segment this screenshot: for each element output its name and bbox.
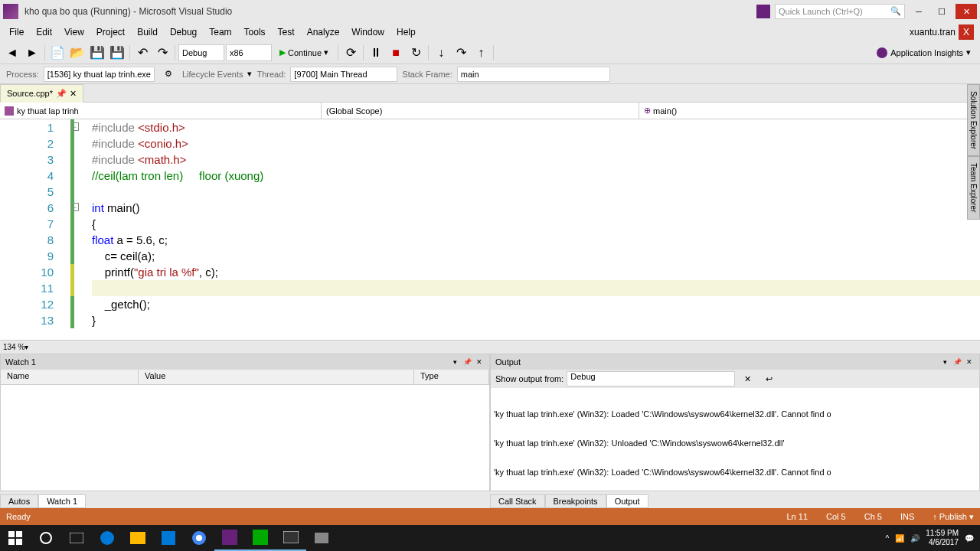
menu-view[interactable]: View [58, 25, 90, 39]
minimize-button[interactable]: ─ [910, 4, 928, 19]
store-icon[interactable] [153, 525, 184, 551]
redo-button[interactable]: ↷ [153, 44, 172, 62]
watch-col-value[interactable]: Value [139, 370, 414, 384]
quick-launch-input[interactable]: Quick Launch (Ctrl+Q) 🔍 [775, 4, 905, 19]
scope-dropdown[interactable]: (Global Scope) [322, 103, 639, 119]
app-insights-button[interactable]: Application Insights▾ [871, 44, 977, 61]
menu-build[interactable]: Build [131, 25, 164, 39]
tab-autos[interactable]: Autos [0, 494, 38, 508]
open-button[interactable]: 📂 [68, 44, 87, 62]
tab-watch1[interactable]: Watch 1 [38, 494, 86, 508]
pin-icon[interactable]: 📌 [952, 357, 962, 367]
platform-dropdown[interactable]: x86 [226, 44, 272, 61]
continue-button[interactable]: ▶ Continue ▾ [273, 44, 335, 61]
code-content[interactable]: #include <stdio.h> #include <conio.h> #i… [70, 119, 980, 340]
user-badge[interactable]: xuantu.tran X [906, 24, 977, 40]
app-icon[interactable] [245, 525, 276, 551]
cortana-icon[interactable] [31, 525, 61, 551]
watch-content[interactable] [1, 385, 489, 491]
console-icon[interactable] [276, 525, 306, 551]
task-view-icon[interactable] [61, 525, 92, 551]
main-toolbar: ◄ ► 📄 📂 💾 💾 ↶ ↷ Debug x86 ▶ Continue ▾ ⟳… [0, 41, 980, 64]
refresh-button[interactable]: ⟳ [341, 44, 360, 62]
menu-debug[interactable]: Debug [164, 25, 203, 39]
watch-panel-header[interactable]: Watch 1 ▾ 📌 ✕ [1, 354, 489, 370]
output-panel-header[interactable]: Output ▾ 📌 ✕ [491, 354, 979, 370]
start-button[interactable] [0, 525, 31, 551]
chrome-icon[interactable] [184, 525, 214, 551]
watch-panel: Watch 1 ▾ 📌 ✕ Name Value Type [0, 354, 490, 491]
svg-rect-8 [162, 531, 175, 545]
step-out-button[interactable]: ↑ [472, 44, 490, 62]
code-editor[interactable]: 1 2 3 4 5 6 7 8 9 10 11 12 13 [0, 119, 980, 354]
menu-test[interactable]: Test [272, 25, 301, 39]
team-explorer-tab[interactable]: Team Explorer [967, 156, 980, 219]
maximize-button[interactable]: ☐ [933, 4, 951, 19]
new-button[interactable]: 📄 [48, 44, 67, 62]
publish-button[interactable]: ↑ Publish ▾ [933, 512, 974, 522]
output-source-dropdown[interactable]: Debug [567, 371, 735, 386]
menu-team[interactable]: Team [203, 25, 237, 39]
thread-dropdown[interactable]: [9700] Main Thread [290, 67, 397, 82]
dropdown-icon[interactable]: ▾ [939, 357, 950, 367]
clock[interactable]: 11:59 PM 4/6/2017 [926, 529, 959, 547]
status-ins: INS [900, 512, 914, 521]
volume-icon[interactable]: 🔊 [910, 534, 920, 543]
output-content[interactable]: 'ky thuat lap trinh.exe' (Win32): Loaded… [491, 388, 979, 491]
forward-button[interactable]: ► [23, 44, 41, 62]
pause-button[interactable]: ⏸ [367, 44, 385, 62]
fold-icon[interactable]: − [70, 122, 79, 131]
close-button[interactable]: ✕ [956, 4, 977, 19]
project-scope-dropdown[interactable]: ky thuat lap trinh [0, 103, 322, 119]
tab-output[interactable]: Output [606, 494, 648, 508]
file-tab[interactable]: Source.cpp* 📌 ✕ [0, 84, 83, 103]
lifecycle-button[interactable]: ⚙ [159, 65, 178, 83]
close-icon[interactable]: ✕ [964, 357, 975, 367]
word-wrap-button[interactable]: ↩ [760, 370, 778, 388]
process-dropdown[interactable]: [1536] ky thuat lap trinh.exe [44, 67, 155, 82]
clear-button[interactable]: ✕ [738, 370, 756, 388]
menu-file[interactable]: File [3, 25, 30, 39]
save-all-button[interactable]: 💾 [108, 44, 126, 62]
solution-explorer-tab[interactable]: Solution Explorer [967, 84, 980, 156]
notification-icon[interactable] [756, 5, 770, 18]
watch-col-name[interactable]: Name [1, 370, 139, 384]
tab-breakpoints[interactable]: Breakpoints [545, 494, 606, 508]
step-over-button[interactable]: ↷ [452, 44, 470, 62]
restart-button[interactable]: ↻ [407, 44, 425, 62]
watch-col-type[interactable]: Type [414, 370, 489, 384]
app2-icon[interactable] [306, 525, 337, 551]
edge-icon[interactable] [92, 525, 122, 551]
menu-edit[interactable]: Edit [30, 25, 58, 39]
tab-callstack[interactable]: Call Stack [490, 494, 545, 508]
dropdown-icon[interactable]: ▾ [449, 357, 460, 367]
stop-button[interactable]: ■ [387, 44, 405, 62]
pin-icon[interactable]: 📌 [462, 357, 472, 367]
menu-analyze[interactable]: Analyze [301, 25, 346, 39]
function-dropdown[interactable]: ⊕ main() [639, 103, 980, 119]
svg-rect-0 [8, 531, 15, 537]
config-dropdown[interactable]: Debug [178, 44, 224, 61]
stack-dropdown[interactable]: main [457, 67, 610, 82]
tray-chevron-icon[interactable]: ^ [885, 534, 889, 543]
back-button[interactable]: ◄ [3, 44, 21, 62]
menu-window[interactable]: Window [345, 25, 390, 39]
pin-icon[interactable]: 📌 [56, 89, 67, 99]
save-button[interactable]: 💾 [88, 44, 106, 62]
notification-icon[interactable]: 💬 [965, 534, 974, 543]
svg-rect-12 [253, 530, 268, 545]
step-into-button[interactable]: ↓ [432, 44, 450, 62]
close-icon[interactable]: ✕ [474, 357, 485, 367]
svg-rect-7 [130, 532, 145, 544]
menu-project[interactable]: Project [90, 25, 131, 39]
undo-button[interactable]: ↶ [133, 44, 152, 62]
fold-icon[interactable]: − [70, 203, 79, 211]
menu-tools[interactable]: Tools [238, 25, 272, 39]
vs-icon[interactable] [214, 525, 245, 551]
tab-close-icon[interactable]: ✕ [70, 89, 77, 99]
menu-help[interactable]: Help [390, 25, 422, 39]
system-tray[interactable]: ^ 📶 🔊 11:59 PM 4/6/2017 💬 [879, 529, 980, 547]
explorer-icon[interactable] [122, 525, 153, 551]
network-icon[interactable]: 📶 [895, 534, 904, 543]
zoom-indicator[interactable]: 134 % ▾ [0, 340, 980, 354]
